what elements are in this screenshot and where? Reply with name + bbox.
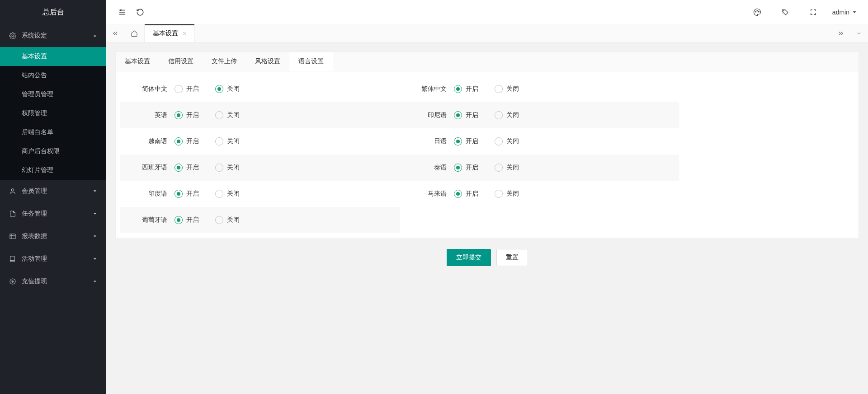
svg-marker-3	[94, 190, 97, 192]
inner-tab[interactable]: 语言设置	[289, 52, 333, 71]
svg-rect-5	[10, 234, 15, 239]
topbar: admin	[106, 0, 868, 24]
close-icon[interactable]: ×	[183, 30, 186, 37]
radio-on[interactable]: 开启	[454, 137, 478, 145]
home-icon	[131, 30, 138, 37]
nav-section-label: 充值提现	[22, 277, 47, 286]
radio-off[interactable]: 关闭	[215, 85, 240, 93]
radio-on[interactable]: 开启	[454, 85, 478, 93]
nav-subitem[interactable]: 商户后台权限	[0, 142, 106, 161]
svg-marker-8	[94, 235, 97, 237]
file-icon	[9, 210, 16, 217]
nav-subitem-label: 基本设置	[22, 52, 47, 61]
radio-off[interactable]: 关闭	[215, 137, 240, 145]
nav-section-label: 系统设定	[22, 32, 47, 40]
nav-section[interactable]: 会员管理	[0, 180, 106, 202]
inner-tab[interactable]: 基本设置	[116, 52, 159, 71]
inner-tab[interactable]: 文件上传	[203, 52, 246, 71]
language-label: 西班牙语	[125, 164, 175, 172]
tab-home[interactable]	[124, 24, 145, 42]
theme-icon[interactable]	[748, 3, 766, 21]
radio-off-label: 关闭	[227, 190, 240, 198]
settings-card: 基本设置信用设置文件上传风格设置语言设置 简体中文开启关闭繁体中文开启关闭英语开…	[115, 52, 859, 238]
nav-section[interactable]: 活动管理	[0, 248, 106, 270]
radio-on-label: 开启	[466, 164, 478, 172]
radio-on[interactable]: 开启	[454, 190, 478, 198]
radio-off-label: 关闭	[506, 137, 519, 145]
radio-on-label: 开启	[186, 164, 199, 172]
reset-button[interactable]: 重置	[496, 249, 528, 266]
svg-point-19	[783, 10, 784, 11]
tab[interactable]: 基本设置×	[145, 24, 195, 42]
radio-on[interactable]: 开启	[454, 164, 478, 172]
nav-subitem[interactable]: 幻灯片管理	[0, 161, 106, 180]
radio-on-label: 开启	[466, 137, 478, 145]
radio-on[interactable]: 开启	[175, 85, 199, 93]
language-label: 印尼语	[404, 111, 454, 119]
nav-subitem[interactable]: 后端白名单	[0, 123, 106, 142]
inner-tab[interactable]: 信用设置	[159, 52, 203, 71]
nav-section[interactable]: 系统设定	[0, 24, 106, 47]
svg-point-0	[12, 35, 14, 37]
radio-off[interactable]: 关闭	[215, 190, 240, 198]
nav-subitem-label: 商户后台权限	[22, 147, 60, 155]
radio-on[interactable]: 开启	[175, 137, 199, 145]
tab-label: 基本设置	[153, 29, 178, 38]
radio-on[interactable]: 开启	[454, 111, 478, 119]
radio-off[interactable]: 关闭	[495, 111, 519, 119]
nav-section[interactable]: 任务管理	[0, 202, 106, 225]
tabs-scroll-right[interactable]	[832, 24, 850, 42]
gear-icon	[9, 32, 16, 39]
language-label: 英语	[125, 111, 175, 119]
sidebar: 总后台 系统设定基本设置站内公告管理员管理权限管理后端白名单商户后台权限幻灯片管…	[0, 0, 106, 394]
radio-on[interactable]: 开启	[175, 216, 199, 224]
language-row: 英语开启关闭	[120, 102, 400, 128]
svg-marker-20	[853, 11, 856, 13]
radio-on[interactable]: 开启	[175, 164, 199, 172]
nav-subitem[interactable]: 站内公告	[0, 66, 106, 85]
radio-off[interactable]: 关闭	[215, 164, 240, 172]
radio-off-label: 关闭	[506, 190, 519, 198]
tag-icon[interactable]	[776, 3, 794, 21]
language-row: 繁体中文开启关闭	[400, 76, 679, 102]
radio-on[interactable]: 开启	[175, 111, 199, 119]
language-row: 越南语开启关闭	[120, 128, 400, 155]
tabs-menu[interactable]	[850, 24, 868, 42]
coin-icon	[9, 278, 16, 285]
nav-subitem[interactable]: 管理员管理	[0, 85, 106, 104]
inner-tab[interactable]: 风格设置	[246, 52, 289, 71]
radio-on-label: 开启	[186, 111, 199, 119]
svg-point-2	[11, 189, 14, 191]
radio-off[interactable]: 关闭	[495, 190, 519, 198]
radio-off-label: 关闭	[506, 111, 519, 119]
sidebar-title: 总后台	[0, 0, 106, 24]
submit-button[interactable]: 立即提交	[447, 249, 491, 266]
language-row: 印度语开启关闭	[120, 181, 400, 207]
user-menu[interactable]: admin	[832, 9, 857, 16]
radio-off[interactable]: 关闭	[495, 85, 519, 93]
svg-marker-10	[94, 258, 97, 259]
radio-off[interactable]: 关闭	[215, 111, 240, 119]
chevron-down-icon	[93, 279, 97, 284]
radio-off[interactable]: 关闭	[495, 137, 519, 145]
language-label: 泰语	[404, 164, 454, 172]
refresh-button[interactable]	[131, 3, 149, 21]
svg-marker-4	[94, 213, 97, 214]
nav-subitem[interactable]: 权限管理	[0, 104, 106, 123]
language-label: 印度语	[125, 190, 175, 198]
tabs-scroll-left[interactable]	[106, 24, 124, 42]
language-row: 日语开启关闭	[400, 128, 679, 155]
nav-section[interactable]: 充值提现	[0, 270, 106, 293]
radio-on[interactable]: 开启	[175, 190, 199, 198]
nav-subitem-label: 管理员管理	[22, 90, 53, 98]
radio-off[interactable]: 关闭	[495, 164, 519, 172]
collapse-sidebar-button[interactable]	[113, 3, 131, 21]
svg-point-17	[757, 10, 758, 11]
nav-section[interactable]: 报表数据	[0, 225, 106, 248]
nav-section-label: 活动管理	[22, 255, 47, 263]
book-icon	[9, 255, 16, 263]
fullscreen-icon[interactable]	[804, 3, 822, 21]
radio-off[interactable]: 关闭	[215, 216, 240, 224]
language-row: 葡萄牙语开启关闭	[120, 207, 400, 233]
nav-subitem[interactable]: 基本设置	[0, 47, 106, 66]
